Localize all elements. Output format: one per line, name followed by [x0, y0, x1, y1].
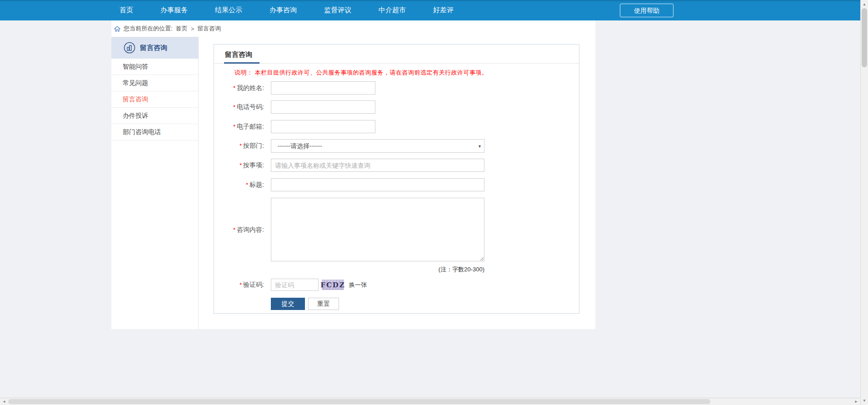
- name-input[interactable]: [271, 81, 375, 95]
- captcha-image[interactable]: FCDZ: [322, 280, 344, 290]
- captcha-input[interactable]: [271, 279, 319, 291]
- horizontal-scrollbar-thumb[interactable]: [8, 399, 710, 404]
- nav-menu: 首页 办事服务 结果公示 办事咨询 监督评议 中介超市 好差评: [120, 0, 454, 20]
- scroll-left-icon[interactable]: ◄: [0, 398, 8, 405]
- content-label: *咨询内容:: [214, 223, 264, 236]
- scroll-right-icon[interactable]: ►: [853, 398, 860, 405]
- captcha-label: *验证码:: [214, 279, 264, 291]
- scroll-up-icon[interactable]: ▲: [861, 1, 868, 8]
- sidebar-header: 留言咨询: [111, 37, 198, 59]
- breadcrumb-current: 留言咨询: [197, 25, 221, 33]
- required-mark: *: [233, 85, 235, 91]
- home-icon: [114, 26, 120, 32]
- vertical-scrollbar-thumb[interactable]: [862, 8, 867, 67]
- sidebar-header-label: 留言咨询: [140, 44, 167, 52]
- required-mark: *: [239, 142, 242, 149]
- title-label: *标题:: [214, 178, 264, 191]
- scroll-down-icon[interactable]: ▼: [861, 397, 868, 405]
- breadcrumb-prefix: 您当前所在的位置:: [124, 25, 173, 33]
- breadcrumb-home-link[interactable]: 首页: [176, 25, 188, 33]
- chevron-down-icon: ▾: [479, 140, 481, 153]
- matter-label: *按事项:: [214, 159, 264, 172]
- nav-item-supervision[interactable]: 监督评议: [324, 6, 351, 15]
- submit-button[interactable]: 提交: [271, 298, 305, 310]
- consult-form-panel: 留言咨询 说明： 本栏目提供行政许可、公共服务事项的咨询服务，请在咨询前选定有关…: [214, 44, 579, 314]
- breadcrumb: 您当前所在的位置: 首页 > 留言咨询: [111, 20, 595, 37]
- phone-input[interactable]: [271, 100, 375, 114]
- nav-item-intermediary[interactable]: 中介超市: [379, 6, 406, 15]
- required-mark: *: [233, 123, 235, 130]
- horizontal-scrollbar[interactable]: ◄ ►: [0, 398, 860, 405]
- reset-button[interactable]: 重置: [308, 298, 339, 310]
- vertical-scrollbar[interactable]: ▲ ▼: [860, 0, 868, 405]
- department-label: *按部门:: [214, 139, 264, 152]
- email-label: *电子邮箱:: [214, 120, 264, 133]
- title-input[interactable]: [271, 178, 484, 191]
- matter-input[interactable]: [271, 159, 484, 172]
- required-mark: *: [239, 281, 242, 288]
- phone-label: *电话号码:: [214, 100, 264, 114]
- nav-item-services[interactable]: 办事服务: [160, 6, 188, 15]
- content-column: 您当前所在的位置: 首页 > 留言咨询 留言咨询 智能问答 常见问题 留言咨询 …: [111, 20, 595, 329]
- message-consult-icon: [124, 42, 135, 54]
- nav-item-rating[interactable]: 好差评: [433, 6, 454, 15]
- captcha-refresh-link[interactable]: 换一张: [349, 279, 367, 291]
- department-selected-value: ------请选择------: [278, 142, 322, 150]
- nav-item-home[interactable]: 首页: [120, 6, 133, 15]
- breadcrumb-separator: >: [191, 25, 195, 32]
- required-mark: *: [233, 104, 235, 110]
- sidebar-item-smart-qa[interactable]: 智能问答: [111, 59, 198, 75]
- required-mark: *: [246, 181, 248, 188]
- sidebar-item-message-consult[interactable]: 留言咨询: [111, 91, 198, 108]
- required-mark: *: [233, 226, 235, 233]
- tab-active-underline: [224, 62, 259, 64]
- help-button[interactable]: 使用帮助: [620, 4, 673, 17]
- content-length-note: (注：字数20-300): [271, 265, 484, 274]
- form-notice: 说明： 本栏目提供行政许可、公共服务事项的咨询服务，请在咨询前选定有关行政许可事…: [234, 69, 488, 77]
- tab-message-consult[interactable]: 留言咨询: [225, 45, 252, 64]
- email-input[interactable]: [271, 120, 375, 133]
- nav-item-results[interactable]: 结果公示: [215, 6, 242, 15]
- top-navbar: 首页 办事服务 结果公示 办事咨询 监督评议 中介超市 好差评 使用帮助: [0, 0, 860, 20]
- sidebar-item-complaint[interactable]: 办件投诉: [111, 108, 198, 124]
- content-textarea[interactable]: [271, 198, 484, 261]
- required-mark: *: [239, 162, 242, 169]
- department-select[interactable]: ------请选择------ ▾: [271, 139, 484, 153]
- sidebar: 留言咨询 智能问答 常见问题 留言咨询 办件投诉 部门咨询电话: [111, 37, 199, 329]
- sidebar-item-dept-phone[interactable]: 部门咨询电话: [111, 124, 198, 140]
- sidebar-item-faq[interactable]: 常见问题: [111, 75, 198, 91]
- nav-item-consult[interactable]: 办事咨询: [269, 6, 297, 15]
- name-label: *我的姓名:: [214, 81, 264, 95]
- form-tab-bar: 留言咨询: [214, 45, 579, 64]
